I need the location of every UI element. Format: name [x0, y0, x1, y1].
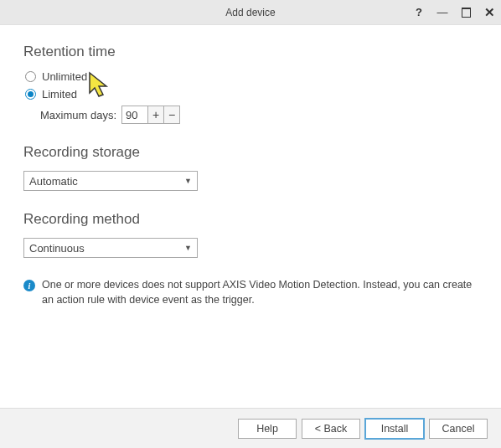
radio-limited-label: Limited — [42, 88, 77, 100]
chevron-down-icon: ▼ — [184, 177, 192, 185]
window-title: Add device — [225, 7, 275, 18]
content-area: Retention time Unlimited Limited Maximum… — [0, 25, 501, 307]
close-button[interactable]: ✕ — [478, 0, 501, 24]
radio-unlimited[interactable] — [25, 71, 36, 82]
storage-heading: Recording storage — [23, 144, 478, 161]
titlebar-controls: ? — ✕ — [407, 0, 501, 24]
maxdays-label: Maximum days: — [40, 109, 116, 121]
quantity-stepper: + − — [121, 106, 180, 124]
method-dropdown[interactable]: Continuous ▼ — [23, 238, 198, 258]
info-message: i One or more devices does not support A… — [23, 278, 478, 307]
install-button[interactable]: Install — [365, 419, 424, 439]
maxdays-increment-button[interactable]: + — [147, 106, 164, 124]
radio-limited[interactable] — [25, 89, 36, 100]
storage-dropdown[interactable]: Automatic ▼ — [23, 171, 198, 191]
maxdays-decrement-button[interactable]: − — [163, 106, 180, 124]
chevron-down-icon: ▼ — [184, 244, 192, 252]
titlebar: Add device ? — ✕ — [0, 0, 501, 25]
info-text: One or more devices does not support AXI… — [42, 278, 478, 307]
help-icon[interactable]: ? — [407, 0, 431, 24]
cancel-button[interactable]: Cancel — [429, 419, 488, 439]
info-icon: i — [23, 280, 35, 291]
retention-limited-row[interactable]: Limited — [25, 88, 478, 100]
back-button[interactable]: < Back — [302, 419, 360, 439]
storage-selected: Automatic — [29, 175, 184, 188]
help-button[interactable]: Help — [238, 419, 297, 439]
method-heading: Recording method — [23, 211, 478, 228]
maxdays-input[interactable] — [121, 106, 148, 124]
footer: Help < Back Install Cancel — [0, 408, 501, 448]
retention-unlimited-row[interactable]: Unlimited — [25, 70, 478, 83]
retention-heading: Retention time — [23, 44, 478, 60]
maxdays-row: Maximum days: + − — [40, 106, 478, 124]
radio-unlimited-label: Unlimited — [42, 70, 87, 83]
minimize-button[interactable]: — — [431, 0, 454, 24]
maximize-button[interactable] — [454, 0, 478, 24]
method-selected: Continuous — [29, 242, 184, 255]
